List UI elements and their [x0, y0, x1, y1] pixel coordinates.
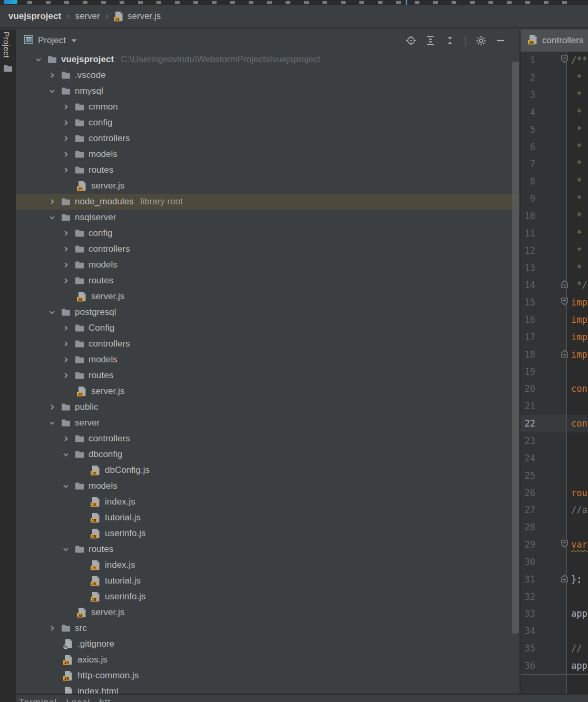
line-number[interactable]: 32 [521, 588, 567, 605]
editor-line-23[interactable]: 23 [521, 432, 588, 450]
tree-item-controllers[interactable]: controllers [16, 131, 520, 146]
editor-line-7[interactable]: 7 * [521, 155, 588, 173]
editor-line-16[interactable]: 16imp [521, 311, 588, 329]
editor-line-29[interactable]: 29var [521, 536, 588, 553]
tree-item-server-js[interactable]: JSserver.js [16, 178, 520, 194]
editor-line-19[interactable]: 19 [521, 363, 588, 380]
tree-item-controllers[interactable]: controllers [16, 431, 520, 447]
fold-marker-icon[interactable] [561, 539, 568, 550]
editor-line-2[interactable]: 2 * [521, 69, 588, 86]
editor-line-5[interactable]: 5 * [521, 121, 588, 138]
line-number[interactable]: 24 [521, 449, 567, 467]
fold-marker-icon[interactable] [561, 297, 568, 308]
chevron-right-icon[interactable] [61, 276, 71, 285]
chevron-right-icon[interactable] [61, 165, 71, 175]
chevron-right-icon[interactable] [61, 244, 71, 254]
chevron-right-icon[interactable] [61, 229, 71, 238]
tree-item-config[interactable]: config [16, 115, 520, 131]
chevron-right-icon[interactable] [47, 71, 57, 80]
line-number[interactable]: 34 [521, 622, 567, 640]
expand-all-button[interactable] [425, 35, 436, 46]
editor-line-25[interactable]: 25 [521, 467, 588, 484]
tree-item-cmmon[interactable]: cmmon [16, 99, 520, 115]
tree-item-tutorial-js[interactable]: JStutorial.js [16, 510, 520, 526]
editor-line-13[interactable]: 13 * [521, 259, 588, 276]
tree-item--vscode[interactable]: .vscode [16, 67, 520, 83]
tree-item-index-js[interactable]: JSindex.js [16, 557, 520, 573]
tree-item-routes[interactable]: routes [16, 162, 520, 178]
tree-scrollbar-thumb[interactable] [512, 62, 519, 634]
line-number[interactable]: 15 [521, 294, 567, 311]
chevron-right-icon[interactable] [47, 402, 57, 412]
editor-line-31[interactable]: 31}; [521, 570, 588, 588]
editor-line-21[interactable]: 21 [521, 398, 588, 415]
chevron-down-icon[interactable] [47, 213, 57, 222]
tree-item-dbconfig[interactable]: dbconfig [16, 447, 520, 462]
chevron-right-icon[interactable] [47, 624, 57, 633]
line-number[interactable]: 13 [521, 259, 567, 276]
chevron-down-icon[interactable] [34, 55, 43, 64]
line-number[interactable]: 3 [521, 86, 567, 104]
tree-item-index-js[interactable]: JSindex.js [16, 494, 520, 510]
line-number[interactable]: 2 [521, 69, 567, 86]
line-number[interactable]: 16 [521, 311, 567, 329]
editor-line-6[interactable]: 6 * [521, 138, 588, 155]
editor-line-34[interactable]: 34 [521, 622, 588, 640]
editor-line-14[interactable]: 14 */ [521, 276, 588, 294]
fold-marker-icon[interactable] [561, 280, 568, 290]
editor-line-24[interactable]: 24 [521, 449, 588, 467]
fold-marker-icon[interactable] [561, 55, 568, 65]
tree-item-server-js[interactable]: JSserver.js [16, 605, 520, 620]
line-number[interactable]: 12 [521, 242, 567, 259]
chevron-right-icon[interactable] [61, 260, 71, 270]
locate-button[interactable] [406, 35, 416, 46]
line-number[interactable]: 20 [521, 380, 567, 398]
tree-item-http-common-js[interactable]: JShttp-common.js [16, 668, 520, 684]
tree-item-controllers[interactable]: controllers [16, 241, 520, 257]
line-number[interactable]: 25 [521, 467, 567, 484]
collapse-all-button[interactable] [445, 35, 455, 46]
folder-icon[interactable] [3, 64, 13, 75]
tree-item-models[interactable]: models [16, 257, 520, 273]
tree-item-server[interactable]: server [16, 415, 520, 431]
hide-button[interactable] [495, 35, 506, 46]
line-number[interactable]: 33 [521, 605, 567, 622]
chevron-down-icon[interactable] [61, 545, 71, 554]
tree-item-dbConfig-js[interactable]: JSdbConfig.js [16, 462, 520, 478]
line-number[interactable]: 6 [521, 138, 567, 155]
editor-line-10[interactable]: 10 * [521, 207, 588, 225]
chevron-right-icon[interactable] [61, 134, 71, 143]
breadcrumb-item-server[interactable]: server [75, 11, 100, 22]
tree-item-vuejsproject[interactable]: vuejsprojectC:\Users\geovindu\WebstormPr… [16, 52, 520, 67]
tree-item-tutorial-js[interactable]: JStutorial.js [16, 573, 520, 589]
fold-marker-icon[interactable] [561, 574, 568, 585]
tree-item-routes[interactable]: routes [16, 273, 520, 289]
tree-item--gitignore[interactable]: .gitignore [16, 636, 520, 652]
line-number[interactable]: 7 [521, 155, 567, 173]
line-number[interactable]: 31 [521, 570, 567, 588]
line-number[interactable]: 27 [521, 501, 567, 519]
chevron-down-icon[interactable] [47, 86, 57, 96]
chevron-down-icon[interactable] [47, 418, 57, 428]
editor-line-33[interactable]: 33app [521, 605, 588, 622]
editor-line-3[interactable]: 3 * [521, 86, 588, 104]
tree-item-userinfo-js[interactable]: JSuserinfo.js [16, 589, 520, 605]
line-number[interactable]: 35 [521, 640, 567, 657]
project-view-selector[interactable]: Project [38, 35, 66, 46]
editor-line-28[interactable]: 28 [521, 519, 588, 536]
line-number[interactable]: 29 [521, 536, 567, 553]
editor-line-32[interactable]: 32 [521, 588, 588, 605]
terminal-bar-text[interactable]: Terminal Local htt [19, 697, 588, 702]
line-number[interactable]: 36 [521, 657, 567, 675]
chevron-right-icon[interactable] [61, 150, 71, 159]
tree-item-public[interactable]: public [16, 399, 520, 415]
tree-item-routes[interactable]: routes [16, 541, 520, 557]
tree-item-node_modules[interactable]: node_moduleslibrary root [16, 194, 520, 210]
line-number[interactable]: 10 [521, 207, 567, 225]
tree-item-nsqlserver[interactable]: nsqlserver [16, 210, 520, 225]
tree-item-routes[interactable]: routes [16, 368, 520, 383]
line-number[interactable]: 1 [521, 52, 567, 69]
line-number[interactable]: 17 [521, 329, 567, 346]
editor-line-30[interactable]: 30 [521, 553, 588, 570]
tree-item-postgresql[interactable]: postgresql [16, 304, 520, 320]
